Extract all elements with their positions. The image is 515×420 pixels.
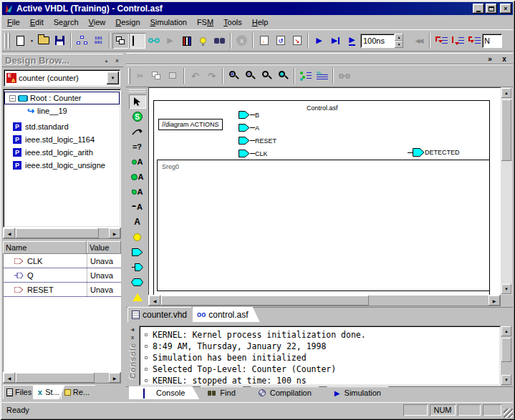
console-vertical-scrollbar[interactable]: ▲ ▼ [501,326,512,386]
restart-button[interactable]: ◀◀ [410,33,427,49]
new-file-button[interactable] [12,33,29,49]
trace-into-button[interactable] [433,33,449,49]
toolbar-grip[interactable] [128,68,130,84]
minimize-button[interactable] [473,4,484,14]
output-port-tool-button[interactable] [129,260,146,274]
design-selector-combo[interactable]: EA counter (counter) ▼ [4,69,120,87]
tab-resources[interactable]: Re... [61,385,95,399]
machine-tool-button[interactable] [129,290,146,303]
menu-help[interactable]: Help [247,16,274,28]
zoom-area-button[interactable] [275,68,292,84]
panel-collapse-button[interactable]: ◂ [128,326,137,333]
tab-simulation[interactable]: ▶ Simulation [320,386,395,399]
condition-tool-button[interactable]: =? [129,140,146,154]
console-output[interactable]: KERNEL: Kernel process initialization do… [139,326,501,386]
palette-grip[interactable] [129,89,145,93]
stop-button[interactable]: x [234,33,250,49]
tree-item-std-logic-arith[interactable]: P ieee.std_logic_arith [3,146,121,159]
menu-file[interactable]: File [2,16,25,28]
menu-design[interactable]: Design [110,16,145,28]
tree-item-std-logic-unsigned[interactable]: P ieee.std_logic_unsigne [3,159,121,172]
init-simulation-button[interactable]: ↓ [256,33,272,49]
end-simulation-button[interactable]: ↘ [289,33,305,49]
input-port-clk[interactable]: CLK [239,150,268,157]
table-row[interactable]: CLK Unava [3,254,121,268]
app-icon[interactable] [4,4,14,14]
column-header-name[interactable]: Name [3,241,87,254]
scroll-thumb[interactable] [501,338,511,362]
combo-dropdown-button[interactable]: ▼ [107,72,119,84]
entry-action-tool-button[interactable]: A [129,155,146,169]
menu-edit[interactable]: Edit [25,16,49,28]
design-browser-header[interactable]: Design Brow... ▲ x [2,54,123,67]
check-diagram-button[interactable] [297,68,314,84]
signal-tool-button[interactable] [129,275,146,289]
table-row[interactable]: Q Unava [3,268,121,283]
cascade-windows-button[interactable] [112,33,129,49]
document-close-button[interactable]: x [499,54,510,64]
collapse-expander-icon[interactable]: − [9,95,16,102]
run-for-button[interactable]: ▶ [344,33,360,49]
preview-button[interactable] [145,33,162,49]
find-in-files-button[interactable] [211,33,228,49]
tip-button[interactable] [195,33,211,49]
cut-button[interactable]: ✂ [132,68,148,84]
hdl-code-button[interactable]: 101001 [90,33,107,49]
waveform-button[interactable]: ∿ [314,68,330,84]
undo-button[interactable]: ↶ [187,68,203,84]
copy-button[interactable] [148,68,165,84]
tree-horizontal-scrollbar[interactable]: ◀ ▶ [3,228,121,239]
diagram-actions-box[interactable]: //diagram ACTIONS [158,119,223,130]
tab-counter-vhd[interactable]: counter.vhd [127,307,198,322]
input-port-b[interactable]: B [239,111,259,119]
canvas-vertical-scrollbar[interactable]: ▲ ▼ [501,87,512,295]
state-tool-button[interactable]: S [129,109,146,124]
scroll-up-button[interactable]: ▲ [501,88,511,98]
toolbar-overflow-button[interactable]: » [484,54,496,64]
state-register-box[interactable] [157,160,490,291]
menu-search[interactable]: Search [49,16,84,28]
trace-out-button[interactable] [466,33,482,49]
column-header-value[interactable]: Value [87,241,121,254]
menu-simulation[interactable]: Simulation [145,16,192,28]
resize-grip[interactable] [504,409,513,418]
scroll-thumb[interactable] [161,296,369,306]
text-tool-button[interactable]: A [129,215,146,229]
input-port-reset[interactable]: RESET [239,137,276,145]
transition-action-tool-button[interactable]: A [129,200,146,214]
output-port-detected[interactable]: DETECTED [408,148,460,157]
panel-close-button[interactable]: x [128,333,137,341]
menu-tools[interactable]: Tools [218,16,247,28]
menu-fsm[interactable]: FSM [192,16,218,28]
tab-structure[interactable]: x St... [33,385,65,399]
scroll-left-button[interactable]: ◀ [149,296,160,306]
zoom-out-button[interactable]: − [242,68,259,84]
scroll-right-button[interactable]: ▶ [109,228,120,238]
library-button[interactable] [178,33,195,49]
spin-up-button[interactable]: ▲ [395,34,403,41]
scroll-right-button[interactable]: ▶ [109,373,120,383]
zoom-in-button[interactable]: + [226,68,242,84]
tree-item-std-standard[interactable]: P std.standard [3,120,121,133]
tab-console[interactable]: Console [129,386,199,399]
scroll-right-button[interactable]: ▶ [488,296,500,306]
trace-over-button[interactable] [449,33,466,49]
tab-files[interactable]: Files [3,385,37,399]
paste-button[interactable] [165,68,181,84]
title-bar[interactable]: Active VHDL (Training) - Control.asf × [2,2,513,15]
scroll-down-button[interactable]: ▼ [501,284,511,294]
scroll-thumb[interactable] [501,99,511,161]
signal-combo[interactable]: N [482,34,502,48]
scroll-left-button[interactable]: ◀ [4,228,15,238]
junction-tool-button[interactable] [129,230,146,244]
follow-button[interactable]: ▶ [162,33,178,49]
scroll-left-button[interactable]: ◀ [4,373,15,383]
tab-control-asf[interactable]: oo control.asf [193,307,260,322]
tab-compilation[interactable]: Compilation [244,386,326,399]
state-action-tool-button[interactable]: A [129,170,146,184]
menu-view[interactable]: View [84,16,111,28]
panel-collapse-button[interactable]: ▲ [102,57,111,65]
exit-action-tool-button[interactable]: A [129,185,146,199]
scroll-up-button[interactable]: ▲ [501,326,511,336]
spin-down-button[interactable]: ▼ [395,41,403,48]
